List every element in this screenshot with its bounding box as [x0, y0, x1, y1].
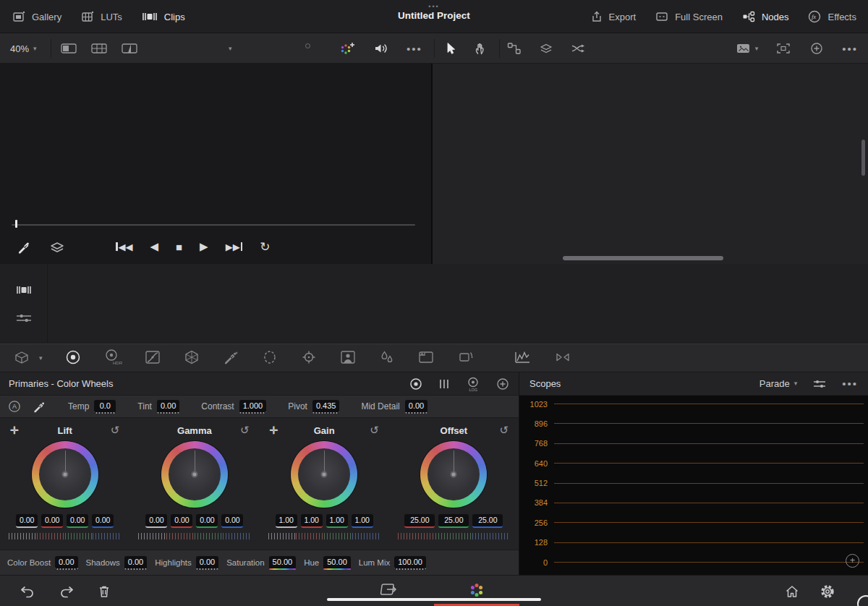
- auto-balance-icon[interactable]: A: [7, 399, 22, 414]
- color-warper-icon[interactable]: [183, 349, 200, 367]
- lift-red-value[interactable]: 0.00: [41, 514, 63, 528]
- layers-icon[interactable]: [538, 41, 554, 56]
- lift-master-slider[interactable]: [9, 533, 121, 539]
- gamma-reset-icon[interactable]: ↺: [228, 424, 250, 437]
- log-wheels-mode-icon[interactable]: LOG: [465, 376, 481, 392]
- offset-blue-value[interactable]: 25.00: [472, 514, 503, 528]
- primaries-wheels-mode-icon[interactable]: [409, 377, 423, 391]
- clips-strip[interactable]: [0, 264, 868, 343]
- pivot-value[interactable]: 0.435: [312, 400, 340, 414]
- add-palette-icon[interactable]: [495, 377, 510, 391]
- loop-button[interactable]: ↻: [260, 239, 270, 255]
- settings-gear-icon[interactable]: [819, 583, 836, 600]
- key-icon[interactable]: [417, 349, 435, 367]
- chevron-down-icon[interactable]: ▾: [229, 46, 232, 52]
- contrast-value[interactable]: 1.000: [239, 400, 267, 414]
- tracker-icon[interactable]: [300, 349, 318, 367]
- gain-green-value[interactable]: 1.00: [326, 514, 348, 528]
- offset-master-slider[interactable]: [398, 533, 510, 539]
- effects-button[interactable]: fx Effects: [807, 9, 856, 24]
- wheel-target-icon[interactable]: ✛: [10, 424, 32, 436]
- color-enhance-icon[interactable]: [339, 40, 356, 56]
- audio-speaker-icon[interactable]: [373, 41, 389, 56]
- still-grab-dropdown[interactable]: ▾: [736, 42, 759, 55]
- power-window-icon[interactable]: [261, 349, 278, 367]
- tint-value[interactable]: 0.00: [157, 400, 179, 414]
- home-indicator[interactable]: [327, 598, 541, 602]
- undo-button[interactable]: [19, 584, 36, 599]
- stop-button[interactable]: ■: [176, 241, 182, 253]
- single-viewer-icon[interactable]: [61, 43, 77, 54]
- scope-zoom-button[interactable]: +: [846, 554, 859, 568]
- fullscreen-button[interactable]: Full Screen: [655, 10, 723, 23]
- gain-color-wheel[interactable]: [291, 441, 357, 508]
- timeline-mixer-icon[interactable]: [14, 312, 33, 324]
- qualifier-icon[interactable]: [222, 349, 239, 367]
- stereo-3d-icon[interactable]: [553, 349, 572, 367]
- redo-button[interactable]: [58, 584, 75, 599]
- magic-mask-icon[interactable]: [339, 349, 357, 367]
- timeline-scrubber[interactable]: [12, 224, 415, 226]
- saturation-value[interactable]: 50.00: [269, 556, 297, 570]
- gamma-master-value[interactable]: 0.00: [145, 514, 167, 528]
- pointer-tool-icon[interactable]: [443, 40, 457, 56]
- temp-value[interactable]: 0.0: [94, 400, 116, 414]
- lum-mix-value[interactable]: 100.00: [394, 556, 426, 570]
- gain-red-value[interactable]: 1.00: [301, 514, 323, 528]
- lift-reset-icon[interactable]: ↺: [98, 424, 119, 437]
- lift-color-wheel[interactable]: [32, 441, 98, 508]
- vertical-scrollbar[interactable]: [861, 140, 865, 176]
- nodes-button[interactable]: Nodes: [741, 10, 789, 23]
- hue-value[interactable]: 50.00: [323, 556, 351, 570]
- horizontal-scrollbar[interactable]: [563, 256, 723, 260]
- export-button[interactable]: Export: [590, 10, 637, 23]
- gain-master-slider[interactable]: [268, 533, 380, 539]
- cut-page-button[interactable]: [379, 581, 401, 599]
- split-viewer-icon[interactable]: [122, 43, 137, 54]
- wheel-handle[interactable]: [321, 471, 328, 478]
- scope-more-options-icon[interactable]: •••: [842, 377, 858, 390]
- gain-blue-value[interactable]: 1.00: [352, 514, 373, 528]
- offset-green-value[interactable]: 25.00: [438, 514, 469, 528]
- hand-tool-icon[interactable]: [473, 40, 488, 56]
- color-wheels-icon[interactable]: [64, 349, 82, 368]
- gain-reset-icon[interactable]: ↺: [357, 424, 379, 437]
- clips-filmstrip-icon[interactable]: [14, 283, 33, 296]
- offset-color-wheel[interactable]: [420, 441, 487, 508]
- scope-settings-sliders-icon[interactable]: [812, 377, 827, 391]
- gain-master-value[interactable]: 1.00: [276, 514, 297, 528]
- zoom-level-dropdown[interactable]: 40%▾: [0, 43, 37, 54]
- skip-forward-button[interactable]: ▶▶: [226, 242, 243, 252]
- hdr-grade-icon[interactable]: HDR: [103, 348, 122, 369]
- grid-viewer-icon[interactable]: [91, 43, 107, 54]
- play-reverse-button[interactable]: ◀: [150, 240, 159, 253]
- play-button[interactable]: ▶: [200, 240, 208, 253]
- gamma-master-slider[interactable]: [138, 533, 250, 539]
- blur-icon[interactable]: [378, 349, 396, 367]
- skip-back-button[interactable]: ◀◀: [116, 242, 133, 252]
- sizing-icon[interactable]: [456, 349, 474, 367]
- highlights-value[interactable]: 0.00: [196, 556, 218, 570]
- more-options-icon[interactable]: •••: [407, 43, 422, 55]
- lift-master-value[interactable]: 0.00: [16, 514, 38, 528]
- gamma-blue-value[interactable]: 0.00: [221, 514, 243, 528]
- offset-reset-icon[interactable]: ↺: [487, 424, 509, 437]
- gamma-color-wheel[interactable]: [161, 441, 228, 508]
- gamma-red-value[interactable]: 0.00: [171, 514, 192, 528]
- corner-dial-icon[interactable]: [857, 595, 868, 606]
- home-button[interactable]: [784, 584, 800, 599]
- fit-screen-icon[interactable]: [775, 42, 791, 55]
- wheel-target-icon[interactable]: ✛: [270, 424, 292, 436]
- lift-green-value[interactable]: 0.00: [67, 514, 88, 528]
- shuffle-icon[interactable]: [570, 41, 587, 56]
- camera-raw-icon[interactable]: [13, 349, 30, 367]
- wheel-handle[interactable]: [61, 471, 68, 478]
- scopes-waveform-icon[interactable]: [513, 349, 532, 367]
- gamma-green-value[interactable]: 0.00: [196, 514, 218, 528]
- offset-red-value[interactable]: 25.00: [404, 514, 435, 528]
- wheel-handle[interactable]: [451, 471, 457, 478]
- wipe-layers-icon[interactable]: [48, 239, 67, 255]
- viewer-panel[interactable]: ◀◀ ◀ ■ ▶ ▶▶ ↻: [0, 64, 433, 264]
- history-icon[interactable]: [809, 41, 825, 56]
- color-boost-value[interactable]: 0.00: [55, 556, 77, 570]
